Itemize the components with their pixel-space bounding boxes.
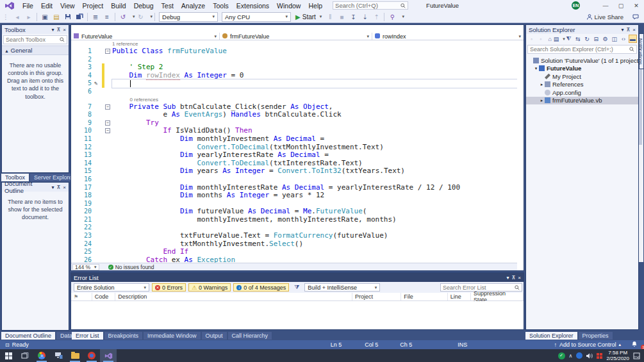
- notifications-tab[interactable]: Notifications: [639, 33, 644, 69]
- media-app-taskbar-button[interactable]: [83, 349, 100, 362]
- preview-selected-items-icon[interactable]: ◫: [610, 35, 618, 43]
- code-line[interactable]: 1−Public Class frmFutureValue: [71, 47, 517, 56]
- quick-search-box[interactable]: Search (Ctrl+Q): [333, 1, 408, 10]
- toolbox-close-icon[interactable]: ×: [63, 27, 66, 33]
- toolbar-overflow-icon[interactable]: ▾: [402, 14, 404, 19]
- teams-tray-icon[interactable]: [597, 353, 602, 359]
- undo-dropdown-icon[interactable]: ▾: [133, 14, 135, 19]
- project-dropdown[interactable]: FutureValue▾: [71, 33, 220, 40]
- start-button[interactable]: [0, 349, 17, 362]
- error-list-menu-icon[interactable]: ▾: [506, 275, 509, 281]
- code-line[interactable]: 18 Dim months As Integer = years * 12: [71, 192, 517, 200]
- uncomment-icon[interactable]: ≡: [102, 12, 112, 22]
- code-line[interactable]: 4 Dim rowIndex As Integer = 0: [71, 72, 517, 80]
- tab-solution-explorer[interactable]: Solution Explorer: [525, 332, 577, 340]
- step-over-icon[interactable]: ↧: [348, 12, 358, 22]
- minimize-button[interactable]: —: [598, 0, 613, 11]
- error-list-close-icon[interactable]: ×: [518, 275, 521, 281]
- status-insert-mode[interactable]: INS: [452, 341, 472, 348]
- document-outline-pin-icon[interactable]: ⊼: [56, 185, 60, 190]
- action-center-icon[interactable]: [633, 352, 640, 359]
- properties-icon[interactable]: ⚙: [601, 35, 609, 43]
- tree-item-references[interactable]: ▸References: [526, 81, 638, 89]
- maximize-button[interactable]: ▢: [613, 0, 629, 11]
- code-line[interactable]: 15 Dim years As Integer = Convert.ToInt3…: [71, 167, 517, 176]
- code-line[interactable]: 21 monthlyInvestment, monthlyInterestRat…: [71, 216, 517, 224]
- tree-item-frmfuturevalue-vb[interactable]: ▸frmFutureValue.vb: [526, 97, 638, 105]
- error-list-body[interactable]: [71, 301, 524, 329]
- error-list-titlebar[interactable]: Error List ▾ ⊼ ×: [71, 273, 524, 282]
- hidden-icons-chevron[interactable]: ∧: [569, 353, 573, 359]
- visual-studio-taskbar-button[interactable]: [100, 349, 117, 362]
- menu-debug[interactable]: Debug: [130, 1, 158, 10]
- solution-configuration-dropdown[interactable]: Debug▾: [159, 12, 218, 22]
- multiselect-filter-icon[interactable]: ⧩: [292, 283, 301, 292]
- menu-test[interactable]: Test: [158, 1, 178, 10]
- status-column[interactable]: Col 5: [359, 341, 383, 348]
- find-in-files-icon[interactable]: ⚲: [387, 12, 397, 22]
- toolbox-search-input[interactable]: Search Toolbox: [3, 35, 67, 44]
- toolbox-group-general[interactable]: ▲ General: [2, 45, 69, 55]
- build-intellisense-dropdown[interactable]: Build + IntelliSense▾: [304, 283, 380, 292]
- fold-collapse-icon[interactable]: −: [105, 49, 110, 54]
- se-forward-icon[interactable]: ◦: [536, 35, 545, 43]
- menu-analyze[interactable]: Analyze: [178, 1, 209, 10]
- clock[interactable]: 7:58 PM2/25/2020: [606, 350, 629, 361]
- menu-build[interactable]: Build: [107, 1, 129, 10]
- tab-immediate-window[interactable]: Immediate Window: [144, 332, 201, 340]
- chevron-down-icon[interactable]: ▾: [533, 66, 539, 71]
- document-outline-titlebar[interactable]: Document Outline ▾ ⊼ ×: [2, 183, 69, 192]
- tab-properties[interactable]: Properties: [579, 332, 613, 340]
- class-dropdown[interactable]: frmFutureValue▾: [220, 33, 372, 40]
- solution-platform-dropdown[interactable]: Any CPU▾: [222, 12, 291, 22]
- menu-edit[interactable]: Edit: [37, 1, 56, 10]
- redo-icon[interactable]: ↻: [136, 12, 146, 22]
- column-header-code[interactable]: Code: [92, 293, 115, 300]
- status-character[interactable]: Ch 5: [395, 341, 417, 348]
- live-share-button[interactable]: Live Share: [586, 13, 639, 21]
- navigate-back-icon[interactable]: ◂: [12, 12, 22, 22]
- switch-views-icon[interactable]: ▤▾: [555, 35, 564, 43]
- tree-item-futurevalue[interactable]: ▾FutureValue: [526, 65, 638, 73]
- warnings-filter-button[interactable]: ⚠ 0 Warnings: [188, 283, 231, 292]
- menu-project[interactable]: Project: [79, 1, 108, 10]
- document-health-indicator[interactable]: ✓ No issues found: [108, 264, 154, 270]
- remote-desktop-taskbar-button[interactable]: [50, 349, 67, 362]
- view-code-icon[interactable]: ‹›: [619, 35, 627, 43]
- pause-icon[interactable]: ‖: [325, 12, 335, 22]
- chrome-taskbar-button[interactable]: [33, 349, 50, 362]
- file-explorer-taskbar-button[interactable]: [67, 349, 83, 362]
- sync-with-active-document-icon[interactable]: ⇆: [574, 35, 582, 43]
- code-line[interactable]: 5✎: [71, 79, 517, 88]
- menu-file[interactable]: File: [19, 1, 37, 10]
- show-all-files-icon[interactable]: ▬: [629, 35, 637, 43]
- task-view-button[interactable]: [17, 349, 33, 362]
- antivirus-tray-icon[interactable]: ✓: [558, 352, 565, 359]
- cortana-tray-icon[interactable]: [576, 352, 582, 359]
- code-text-area[interactable]: 1 reference1−Public Class frmFutureValue…: [71, 40, 517, 263]
- pending-changes-filter-icon[interactable]: ⧨: [565, 35, 573, 43]
- refresh-icon[interactable]: ↻: [582, 35, 591, 43]
- menu-help[interactable]: Help: [304, 1, 326, 10]
- severity-column-icon[interactable]: ⚑: [71, 293, 92, 300]
- start-debugging-button[interactable]: ▶ Start▾: [295, 13, 322, 21]
- errors-filter-button[interactable]: ✕ 0 Errors: [152, 283, 186, 292]
- column-header-file[interactable]: File: [401, 293, 447, 300]
- code-line[interactable]: 6: [71, 88, 517, 96]
- save-all-icon[interactable]: [74, 12, 85, 22]
- feedback-icon[interactable]: [632, 14, 639, 20]
- tree-item-solution-futurevalue-1-of-1-project[interactable]: Solution 'FutureValue' (1 of 1 project): [526, 56, 638, 65]
- menu-view[interactable]: View: [56, 1, 79, 10]
- menu-tools[interactable]: Tools: [209, 1, 233, 10]
- tab-call-hierarchy[interactable]: Call Hierarchy: [228, 332, 272, 340]
- tab-document-outline[interactable]: Document Outline: [1, 332, 55, 340]
- comment-out-icon[interactable]: ≣: [90, 12, 101, 22]
- error-scope-dropdown[interactable]: Entire Solution▾: [74, 283, 149, 292]
- se-back-icon[interactable]: ◦: [527, 35, 536, 43]
- column-header-suppression-state[interactable]: Suppression State: [471, 293, 524, 300]
- document-outline-close-icon[interactable]: ×: [63, 185, 66, 190]
- solution-explorer-search-input[interactable]: Search Solution Explorer (Ctrl+;): [527, 45, 637, 54]
- solution-explorer-close-icon[interactable]: ×: [632, 27, 636, 33]
- tab-output[interactable]: Output: [202, 332, 227, 340]
- step-into-icon[interactable]: ⇣: [359, 12, 370, 22]
